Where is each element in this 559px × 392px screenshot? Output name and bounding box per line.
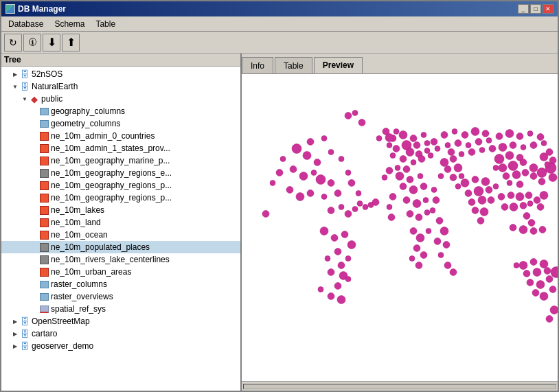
svg-point-135 bbox=[499, 164, 507, 172]
tree-item-regions-p2[interactable]: ▶ ne_10m_geography_regions_p... bbox=[1, 192, 240, 204]
svg-point-7 bbox=[299, 172, 308, 181]
expander-public: ▼ bbox=[21, 95, 29, 103]
svg-point-172 bbox=[549, 286, 556, 293]
tree-label-ocean: ne_10m_ocean bbox=[51, 230, 108, 240]
refresh-button[interactable]: ↻ bbox=[4, 34, 22, 51]
menu-database[interactable]: Database bbox=[3, 18, 49, 30]
svg-point-154 bbox=[501, 204, 508, 211]
svg-point-140 bbox=[522, 170, 529, 176]
svg-point-136 bbox=[508, 161, 518, 171]
svg-point-15 bbox=[286, 187, 293, 194]
svg-point-71 bbox=[415, 214, 422, 221]
svg-point-43 bbox=[399, 131, 407, 139]
svg-point-79 bbox=[415, 262, 422, 269]
tab-table[interactable]: Table bbox=[275, 57, 312, 73]
svg-point-3 bbox=[303, 152, 311, 160]
info-button[interactable]: 🛈 bbox=[23, 34, 41, 51]
menu-bar: Database Schema Table bbox=[1, 16, 558, 32]
svg-point-52 bbox=[393, 146, 400, 152]
spatial-icon-ocean bbox=[38, 229, 49, 240]
svg-point-49 bbox=[406, 148, 414, 157]
tab-info[interactable]: Info bbox=[242, 57, 273, 73]
svg-point-32 bbox=[325, 256, 330, 262]
svg-point-189 bbox=[440, 227, 448, 235]
tree-item-public[interactable]: ▼ ◆ public bbox=[1, 93, 240, 105]
svg-point-84 bbox=[433, 197, 440, 204]
map-svg bbox=[242, 74, 558, 381]
tree-item-geoserver[interactable]: ▶ 🗄 geoserver_demo bbox=[1, 340, 240, 352]
tree-item-raster-columns[interactable]: ▶ raster_columns bbox=[1, 278, 240, 290]
close-button[interactable]: ✕ bbox=[543, 4, 554, 14]
svg-point-204 bbox=[530, 228, 537, 235]
spatial-icon-lakes bbox=[38, 205, 49, 216]
tree-item-regions-e[interactable]: ▶ ne_10m_geography_regions_e... bbox=[1, 167, 240, 179]
menu-table[interactable]: Table bbox=[90, 18, 121, 30]
svg-point-182 bbox=[385, 134, 393, 142]
expander-52nSOS: ▶ bbox=[11, 70, 19, 78]
maximize-button[interactable]: □ bbox=[530, 4, 541, 14]
tree-item-spatial-ref-sys[interactable]: ▶ spatial_ref_sys bbox=[1, 303, 240, 315]
db-icon-cartaro: 🗄 bbox=[19, 328, 30, 339]
svg-point-76 bbox=[413, 245, 420, 252]
tree-item-admin0[interactable]: ▶ ne_10m_admin_0_countries bbox=[1, 130, 240, 142]
svg-point-94 bbox=[452, 129, 457, 135]
svg-point-53 bbox=[387, 143, 392, 148]
svg-point-126 bbox=[488, 197, 494, 204]
svg-point-176 bbox=[546, 149, 553, 156]
tree-item-raster-overviews[interactable]: ▶ raster_overviews bbox=[1, 290, 240, 303]
svg-point-169 bbox=[546, 276, 553, 283]
svg-point-158 bbox=[534, 197, 540, 204]
svg-point-65 bbox=[409, 186, 418, 194]
svg-point-186 bbox=[345, 113, 352, 119]
minimize-button[interactable]: _ bbox=[518, 4, 529, 14]
title-bar: DB Manager _ □ ✕ bbox=[1, 1, 558, 16]
import-button[interactable]: ⬇ bbox=[43, 34, 60, 51]
tree-item-lakes[interactable]: ▶ ne_10m_lakes bbox=[1, 204, 240, 216]
svg-point-6 bbox=[290, 166, 297, 173]
menu-schema[interactable]: Schema bbox=[49, 18, 90, 30]
svg-point-22 bbox=[356, 191, 361, 196]
svg-point-146 bbox=[516, 181, 523, 188]
tree-item-geography-columns[interactable]: ▶ geography_columns bbox=[1, 105, 240, 117]
right-panel: Info Table Preview bbox=[242, 54, 558, 391]
svg-point-130 bbox=[455, 184, 461, 189]
tab-bar: Info Table Preview bbox=[242, 54, 558, 74]
table-icon-geometry-columns bbox=[38, 118, 49, 129]
svg-point-123 bbox=[486, 187, 492, 194]
tree-item-52nSOS[interactable]: ▶ 🗄 52nSOS bbox=[1, 68, 240, 80]
tree-item-ocean[interactable]: ▶ ne_10m_ocean bbox=[1, 229, 240, 241]
table-icon-raster-overviews bbox=[38, 291, 49, 302]
svg-point-139 bbox=[512, 171, 521, 179]
tree-item-land[interactable]: ▶ ne_10m_land bbox=[1, 216, 240, 229]
svg-point-109 bbox=[459, 152, 464, 157]
tree-item-openstreetmap[interactable]: ▶ 🗄 OpenStreetMap bbox=[1, 315, 240, 327]
tree-header: Tree bbox=[1, 54, 240, 67]
svg-point-66 bbox=[420, 183, 427, 190]
svg-point-31 bbox=[334, 249, 341, 255]
tab-preview[interactable]: Preview bbox=[314, 57, 363, 73]
tree-item-rivers[interactable]: ▶ ne_10m_rivers_lake_centerlines bbox=[1, 253, 240, 266]
tree-item-urban[interactable]: ▶ ne_10m_urban_areas bbox=[1, 266, 240, 278]
svg-point-0 bbox=[292, 144, 301, 154]
tree-item-populated-places[interactable]: ▶ ne_10m_populated_places bbox=[1, 241, 240, 253]
tree-item-cartaro[interactable]: ▶ 🗄 cartaro bbox=[1, 327, 240, 340]
svg-point-203 bbox=[519, 226, 527, 234]
tree-item-marine[interactable]: ▶ ne_10m_geography_marine_p... bbox=[1, 154, 240, 167]
tree-label-lakes: ne_10m_lakes bbox=[51, 205, 104, 215]
export-button[interactable]: ⬆ bbox=[62, 34, 80, 51]
tree-item-regions-p1[interactable]: ▶ ne_10m_geography_regions_p... bbox=[1, 179, 240, 192]
svg-point-4 bbox=[314, 159, 321, 166]
svg-point-161 bbox=[519, 262, 527, 270]
svg-point-62 bbox=[407, 176, 413, 183]
svg-point-121 bbox=[465, 190, 472, 197]
tree-item-geometry-columns[interactable]: ▶ geometry_columns bbox=[1, 117, 240, 130]
tree-label-land: ne_10m_land bbox=[51, 218, 101, 227]
tree-item-naturalearth[interactable]: ▼ 🗄 NaturalEarth bbox=[1, 80, 240, 93]
svg-point-160 bbox=[537, 204, 544, 211]
horizontal-scrollbar[interactable] bbox=[242, 381, 558, 391]
svg-point-183 bbox=[393, 129, 399, 135]
svg-point-194 bbox=[450, 269, 457, 276]
tree-item-admin1[interactable]: ▶ ne_10m_admin_1_states_prov... bbox=[1, 142, 240, 154]
svg-point-75 bbox=[426, 229, 431, 234]
svg-point-17 bbox=[307, 190, 314, 197]
